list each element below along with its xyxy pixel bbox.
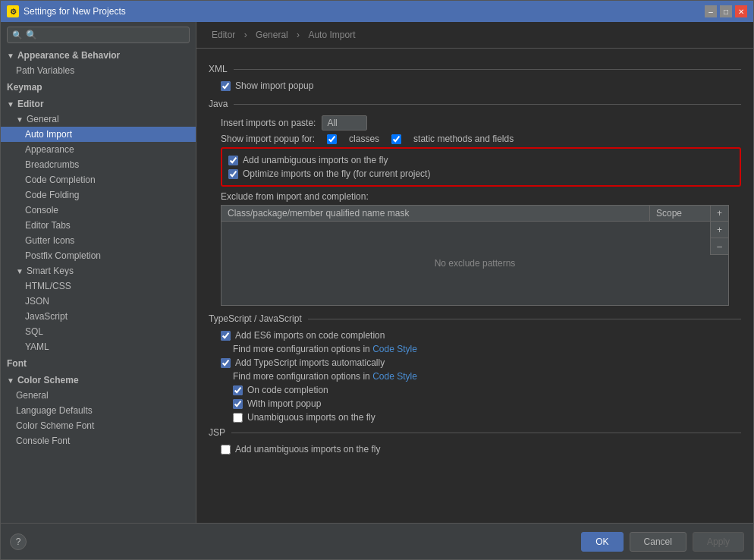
breadcrumb: Editor › General › Auto Import: [196, 22, 753, 49]
insert-imports-select[interactable]: All None Ask: [322, 115, 367, 131]
java-section-label: Java: [209, 99, 741, 109]
show-import-popup-xml-checkbox[interactable]: [221, 81, 231, 91]
sidebar-item-language-defaults[interactable]: Language Defaults: [1, 403, 196, 418]
sidebar-item-general[interactable]: ▼General: [1, 112, 196, 127]
unambiguous-fly-checkbox[interactable]: [233, 413, 243, 423]
xml-section-label: XML: [209, 64, 741, 74]
sidebar-item-keymap[interactable]: Keymap: [1, 80, 196, 95]
app-icon: ⚙: [7, 5, 19, 17]
content-body: XML Show import popup Java Insert import…: [196, 49, 753, 523]
cancel-button[interactable]: Cancel: [630, 532, 686, 552]
on-code-completion-checkbox[interactable]: [233, 385, 243, 395]
add-typescript-row: Add TypeScript imports automatically: [221, 357, 741, 368]
exclude-table-header: Class/package/member qualified name mask…: [221, 206, 728, 222]
show-import-popup-xml-label[interactable]: Show import popup: [235, 80, 313, 91]
sidebar-item-console[interactable]: Console: [1, 203, 196, 218]
add-unambiguous-row: Add unambiguous imports on the fly: [228, 155, 734, 165]
sidebar-item-color-scheme[interactable]: ▼Color Scheme: [1, 373, 196, 388]
exclude-table: Class/package/member qualified name mask…: [221, 205, 729, 306]
search-input[interactable]: [26, 30, 184, 40]
find-more-ts1-row: Find more configuration options in Code …: [233, 344, 741, 354]
maximize-button[interactable]: □: [720, 5, 732, 17]
show-import-popup-xml-row: Show import popup: [221, 80, 741, 91]
with-import-popup-row: With import popup: [233, 398, 741, 409]
typescript-section-label: TypeScript / JavaScript: [209, 313, 741, 324]
search-icon: 🔍: [12, 30, 23, 40]
help-button[interactable]: ?: [10, 533, 27, 550]
static-methods-checkbox[interactable]: [391, 134, 401, 144]
sidebar-item-gutter-icons[interactable]: Gutter Icons: [1, 233, 196, 248]
sidebar-item-code-folding[interactable]: Code Folding: [1, 187, 196, 203]
sidebar-item-auto-import[interactable]: Auto Import: [1, 127, 196, 142]
sidebar-item-html-css[interactable]: HTML/CSS: [1, 278, 196, 294]
optimize-imports-checkbox[interactable]: [228, 169, 238, 179]
minimize-button[interactable]: –: [705, 5, 717, 17]
sidebar-item-yaml[interactable]: YAML: [1, 339, 196, 354]
sidebar-item-javascript[interactable]: JavaScript: [1, 309, 196, 324]
code-style-link1[interactable]: Code Style: [372, 344, 417, 354]
sidebar-item-appearance[interactable]: Appearance: [1, 142, 196, 157]
breadcrumb-auto-import: Auto Import: [308, 30, 355, 40]
find-more-ts2-row: Find more configuration options in Code …: [233, 371, 741, 382]
add-unambiguous-jsp-checkbox[interactable]: [221, 445, 231, 455]
sidebar-item-color-scheme-font[interactable]: Color Scheme Font: [1, 418, 196, 433]
bottom-bar: ? OK Cancel Apply: [1, 523, 753, 559]
classes-label[interactable]: classes: [349, 134, 379, 144]
add-es6-checkbox[interactable]: [221, 331, 231, 341]
add-es6-label[interactable]: Add ES6 imports on code completion: [235, 330, 385, 341]
sidebar-item-code-completion[interactable]: Code Completion: [1, 172, 196, 187]
static-methods-label[interactable]: static methods and fields: [413, 134, 514, 144]
apply-button[interactable]: Apply: [693, 532, 744, 552]
add-pattern-button[interactable]: +: [710, 222, 728, 238]
settings-window: ⚙ Settings for New Projects – □ ✕ 🔍 ▼App…: [0, 0, 754, 560]
highlighted-options-box: Add unambiguous imports on the fly Optim…: [221, 147, 741, 187]
remove-pattern-button[interactable]: –: [710, 238, 728, 255]
sidebar-item-cs-general[interactable]: General: [1, 388, 196, 403]
exclude-col-name: Class/package/member qualified name mask: [221, 206, 649, 221]
sidebar-item-breadcrumbs[interactable]: Breadcrumbs: [1, 157, 196, 172]
unambiguous-fly-label[interactable]: Unambiguous imports on the fly: [247, 412, 375, 423]
no-patterns-text: No exclude patterns: [435, 258, 516, 269]
insert-imports-label: Insert imports on paste:: [221, 118, 316, 128]
sidebar-item-editor[interactable]: ▼Editor: [1, 96, 196, 112]
close-button[interactable]: ✕: [735, 5, 747, 17]
add-typescript-label[interactable]: Add TypeScript imports automatically: [235, 357, 385, 368]
exclude-label: Exclude from import and completion:: [221, 191, 741, 202]
title-bar: ⚙ Settings for New Projects – □ ✕: [1, 1, 753, 22]
add-unambiguous-jsp-label[interactable]: Add unambiguous imports on the fly: [235, 444, 380, 455]
breadcrumb-sep2: ›: [297, 30, 302, 40]
content-panel: Editor › General › Auto Import XML Show …: [196, 22, 753, 523]
sidebar: 🔍 ▼Appearance & Behavior Path Variables …: [1, 22, 196, 523]
search-box[interactable]: 🔍: [7, 27, 190, 43]
sidebar-item-path-variables[interactable]: Path Variables: [1, 63, 196, 78]
show-import-popup-for-label: Show import popup for:: [221, 134, 315, 144]
optimize-imports-row: Optimize imports on the fly (for current…: [228, 168, 734, 179]
breadcrumb-sep1: ›: [244, 30, 250, 40]
sidebar-item-smart-keys[interactable]: ▼Smart Keys: [1, 263, 196, 278]
sidebar-item-json[interactable]: JSON: [1, 294, 196, 309]
with-import-popup-label[interactable]: With import popup: [247, 398, 321, 409]
sidebar-item-sql[interactable]: SQL: [1, 324, 196, 339]
add-unambiguous-label[interactable]: Add unambiguous imports on the fly: [243, 155, 388, 165]
add-unambiguous-checkbox[interactable]: [228, 156, 238, 165]
sidebar-item-editor-tabs[interactable]: Editor Tabs: [1, 218, 196, 233]
exclude-col-scope: Scope: [649, 206, 710, 221]
with-import-popup-checkbox[interactable]: [233, 399, 243, 409]
main-panel: 🔍 ▼Appearance & Behavior Path Variables …: [1, 22, 753, 523]
add-typescript-checkbox[interactable]: [221, 358, 231, 368]
sidebar-item-postfix-completion[interactable]: Postfix Completion: [1, 248, 196, 263]
sidebar-item-font[interactable]: Font: [1, 356, 196, 371]
on-code-completion-label[interactable]: On code completion: [247, 385, 328, 395]
add-es6-row: Add ES6 imports on code completion: [221, 330, 741, 341]
code-style-link2[interactable]: Code Style: [372, 371, 417, 382]
jsp-section-label: JSP: [209, 427, 741, 438]
sidebar-item-console-font[interactable]: Console Font: [1, 433, 196, 448]
sidebar-item-appearance-behavior[interactable]: ▼Appearance & Behavior: [1, 48, 196, 63]
classes-checkbox[interactable]: [327, 134, 337, 144]
breadcrumb-general: General: [256, 30, 288, 40]
add-exclude-button[interactable]: +: [710, 206, 728, 221]
exclude-side-buttons: + –: [710, 222, 728, 255]
ok-button[interactable]: OK: [581, 532, 623, 552]
optimize-imports-label[interactable]: Optimize imports on the fly (for current…: [243, 168, 430, 179]
exclude-body: No exclude patterns + –: [221, 222, 728, 305]
